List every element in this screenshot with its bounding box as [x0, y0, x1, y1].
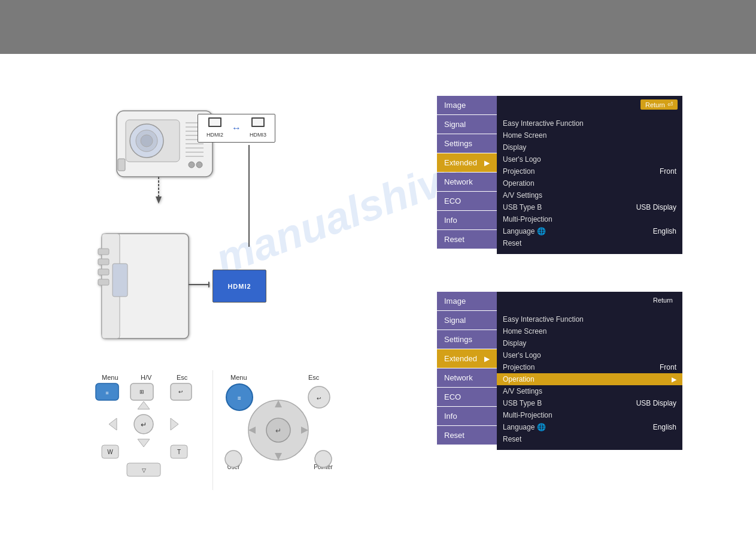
top-menu-sidebar: Image Signal Settings Extended ▶ Network… — [437, 96, 497, 254]
top-banner — [0, 0, 756, 54]
sidebar-item-reset-top[interactable]: Reset — [437, 230, 497, 249]
content-row-homescreen[interactable]: Home Screen — [497, 129, 682, 141]
svg-text:Esc: Esc — [308, 374, 320, 381]
top-menu-panel: Image Signal Settings Extended ▶ Network… — [437, 96, 682, 254]
bottom-menu-sidebar: Image Signal Settings Extended ▶ Network… — [437, 292, 497, 450]
projector-bottom-svg — [96, 228, 210, 359]
return-icon-top: ⏎ — [667, 101, 673, 108]
svg-text:T: T — [177, 449, 181, 455]
svg-text:≡: ≡ — [238, 395, 241, 401]
sidebar-item-signal-top[interactable]: Signal — [437, 115, 497, 134]
svg-text:↩: ↩ — [178, 389, 183, 395]
svg-rect-16 — [118, 159, 125, 171]
bottom-content-row-usbtypeb[interactable]: USB Type B USB Display — [497, 397, 682, 409]
bottom-content-row-operation[interactable]: Operation ▶ — [497, 373, 682, 385]
svg-text:↵: ↵ — [141, 421, 147, 429]
svg-point-66 — [315, 451, 332, 467]
svg-marker-37 — [138, 401, 150, 409]
sidebar-item-eco-bottom[interactable]: ECO — [437, 388, 497, 406]
svg-point-13 — [141, 135, 153, 147]
connect-line-vertical — [248, 145, 250, 247]
svg-text:Menu: Menu — [102, 374, 119, 381]
return-button-bottom[interactable]: Return — [648, 295, 678, 305]
svg-text:▽: ▽ — [142, 467, 146, 473]
svg-marker-40 — [171, 418, 178, 430]
content-row-avsettings[interactable]: A/V Settings — [497, 189, 682, 201]
sidebar-item-extended-top[interactable]: Extended ▶ — [437, 153, 497, 172]
sidebar-item-info-bottom[interactable]: Info — [437, 407, 497, 425]
svg-text:Menu: Menu — [230, 374, 247, 381]
hdmi-arrow-icon: ↔ — [232, 123, 241, 134]
content-row-projection[interactable]: Projection Front — [497, 165, 682, 177]
bottom-content-row-homescreen[interactable]: Home Screen — [497, 325, 682, 337]
svg-rect-23 — [98, 269, 109, 275]
svg-point-64 — [225, 451, 242, 467]
sidebar-item-image-top[interactable]: Image — [437, 96, 497, 114]
extended-arrow-top: ▶ — [484, 159, 490, 167]
bottom-content-row-avsettings[interactable]: A/V Settings — [497, 385, 682, 397]
svg-text:⊞: ⊞ — [139, 389, 144, 395]
sidebar-item-network-bottom[interactable]: Network — [437, 368, 497, 387]
bottom-content-row-multiprojection[interactable]: Multi-Projection — [497, 409, 682, 421]
svg-text:H/V: H/V — [141, 374, 152, 381]
hdmi3-port: HDMI3 — [250, 117, 266, 139]
content-row-easy[interactable]: Easy Interactive Function — [497, 117, 682, 129]
sidebar-item-reset-bottom[interactable]: Reset — [437, 426, 497, 445]
svg-marker-27 — [208, 282, 210, 288]
svg-rect-22 — [98, 259, 109, 265]
return-button-top[interactable]: Return ⏎ — [640, 99, 678, 110]
svg-marker-18 — [156, 197, 162, 204]
extended-arrow-bottom: ▶ — [484, 355, 490, 363]
svg-rect-25 — [113, 264, 127, 297]
sidebar-item-network-top[interactable]: Network — [437, 173, 497, 191]
sidebar-item-settings-top[interactable]: Settings — [437, 134, 497, 153]
svg-rect-24 — [98, 279, 109, 285]
content-row-multiprojection[interactable]: Multi-Projection — [497, 213, 682, 225]
bottom-content-row-projection[interactable]: Projection Front — [497, 361, 682, 373]
left-controller: Menu H/V Esc ≡ ⊞ ↩ ↵ W T ▽ — [84, 370, 204, 492]
sidebar-item-info-top[interactable]: Info — [437, 211, 497, 229]
hdmi2-port: HDMI2 — [207, 117, 223, 139]
hdmi-connector-box: HDMI2 ↔ HDMI3 — [198, 114, 275, 143]
content-row-reset[interactable]: Reset — [497, 237, 682, 249]
hdmi2-box: HDMI2 — [212, 270, 266, 303]
svg-text:↵: ↵ — [275, 427, 281, 435]
bottom-content-row-userslogo[interactable]: User's Logo — [497, 349, 682, 361]
svg-point-14 — [189, 162, 195, 168]
bottom-content-row-easy[interactable]: Easy Interactive Function — [497, 313, 682, 325]
right-controller: Menu Esc ≡ ↩ ↵ User Pointer — [212, 370, 344, 492]
svg-marker-39 — [109, 418, 117, 430]
sidebar-item-settings-bottom[interactable]: Settings — [437, 330, 497, 349]
content-row-userslogo[interactable]: User's Logo — [497, 153, 682, 165]
sidebar-item-extended-bottom[interactable]: Extended ▶ — [437, 349, 497, 368]
bottom-content-row-reset[interactable]: Reset — [497, 433, 682, 445]
top-menu-content: Return ⏎ Easy Interactive Function Home … — [497, 96, 682, 254]
sidebar-item-image-bottom[interactable]: Image — [437, 292, 497, 310]
svg-text:Esc: Esc — [177, 374, 188, 381]
content-row-usbtypeb[interactable]: USB Type B USB Display — [497, 201, 682, 213]
sidebar-item-eco-top[interactable]: ECO — [437, 192, 497, 210]
bottom-menu-content: Return Easy Interactive Function Home Sc… — [497, 292, 682, 450]
bottom-content-row-language[interactable]: Language 🌐 English — [497, 421, 682, 433]
svg-text:≡: ≡ — [105, 390, 108, 396]
svg-rect-21 — [98, 249, 109, 255]
content-row-language[interactable]: Language 🌐 English — [497, 225, 682, 237]
projector-top-svg — [105, 93, 236, 213]
svg-point-15 — [196, 162, 202, 168]
sidebar-item-signal-bottom[interactable]: Signal — [437, 311, 497, 330]
svg-marker-38 — [138, 439, 150, 447]
right-controller-svg: Menu Esc ≡ ↩ ↵ User Pointer — [212, 370, 344, 490]
content-row-operation[interactable]: Operation — [497, 177, 682, 189]
content-row-display[interactable]: Display — [497, 141, 682, 153]
left-controller-svg: Menu H/V Esc ≡ ⊞ ↩ ↵ W T ▽ — [84, 370, 204, 490]
svg-text:↩: ↩ — [317, 395, 321, 401]
svg-text:W: W — [107, 449, 113, 455]
bottom-content-row-display[interactable]: Display — [497, 337, 682, 349]
operation-arrow: ▶ — [672, 376, 676, 383]
bottom-menu-panel: Image Signal Settings Extended ▶ Network… — [437, 292, 682, 450]
